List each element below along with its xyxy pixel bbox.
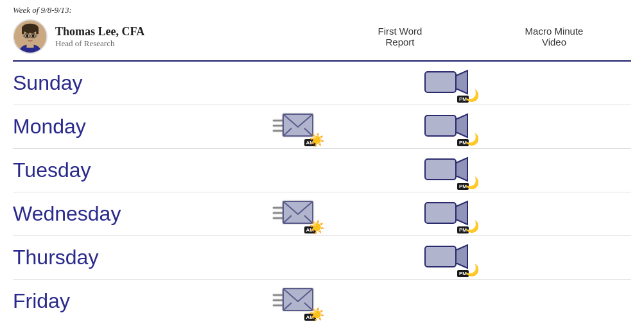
day-name: Wednesday	[13, 197, 218, 231]
sun-icon: ☀️	[309, 307, 325, 322]
moon-icon: 🌙	[465, 132, 479, 146]
video-icon-wrapper[interactable]: PM 🌙	[424, 240, 475, 276]
header-area: Week of 9/8-9/13:	[0, 0, 644, 58]
svg-rect-6	[36, 28, 39, 34]
sun-icon: ☀️	[309, 132, 325, 148]
col-header-first-word: First WordReport	[323, 26, 477, 47]
first-word-cell: AM ☀️	[218, 196, 372, 232]
table-row: Friday AM ☀️	[13, 280, 631, 322]
svg-rect-24	[425, 159, 456, 180]
svg-point-7	[26, 35, 29, 38]
macro-cell: PM 🌙	[372, 65, 527, 101]
svg-rect-34	[425, 246, 456, 267]
svg-rect-32	[425, 203, 456, 223]
day-name: Monday	[13, 110, 218, 144]
video-icon-wrapper[interactable]: PM 🌙	[424, 65, 475, 101]
author-name: Thomas Lee, CFA	[55, 25, 315, 38]
schedule-table: Sunday PM 🌙 Monday	[0, 62, 644, 322]
sun-icon: ☀️	[309, 219, 325, 235]
video-icon-wrapper[interactable]: PM 🌙	[424, 109, 475, 145]
email-icon-wrapper[interactable]: AM ☀️	[272, 196, 318, 232]
avatar	[13, 19, 48, 54]
day-name: Thursday	[13, 241, 218, 275]
moon-icon: 🌙	[465, 176, 479, 190]
macro-cell: PM 🌙	[372, 109, 527, 145]
first-word-cell: AM ☀️	[218, 284, 372, 319]
video-icon-wrapper[interactable]: PM 🌙	[424, 153, 475, 189]
macro-cell: PM 🌙	[372, 153, 527, 189]
table-row: Sunday PM 🌙	[13, 62, 631, 105]
moon-icon: 🌙	[465, 219, 479, 233]
table-row: Monday AM ☀️	[13, 105, 631, 149]
macro-cell: PM 🌙	[372, 240, 527, 276]
moon-icon: 🌙	[465, 263, 479, 277]
svg-rect-5	[22, 28, 24, 34]
macro-cell: PM 🌙	[372, 196, 527, 232]
email-icon-wrapper[interactable]: AM ☀️	[272, 284, 318, 319]
email-icon-wrapper[interactable]: AM ☀️	[272, 109, 318, 145]
svg-rect-22	[425, 115, 456, 136]
col-header-macro: Macro MinuteVideo	[477, 26, 631, 47]
svg-rect-14	[425, 72, 456, 92]
week-label: Week of 9/8-9/13:	[13, 5, 631, 15]
day-name: Sunday	[13, 66, 218, 100]
table-row: Tuesday PM 🌙	[13, 149, 631, 192]
table-row: Wednesday AM ☀️	[13, 192, 631, 236]
first-word-cell: AM ☀️	[218, 109, 372, 145]
moon-icon: 🌙	[465, 89, 479, 103]
svg-point-8	[32, 35, 35, 38]
author-info: Thomas Lee, CFA Head of Research	[55, 25, 315, 49]
author-row: Thomas Lee, CFA Head of Research First W…	[13, 19, 631, 54]
author-title: Head of Research	[55, 38, 315, 49]
svg-point-4	[22, 24, 39, 33]
table-row: Thursday PM 🌙	[13, 236, 631, 280]
day-name: Tuesday	[13, 153, 218, 187]
day-name: Friday	[13, 284, 218, 318]
video-icon-wrapper[interactable]: PM 🌙	[424, 196, 475, 232]
